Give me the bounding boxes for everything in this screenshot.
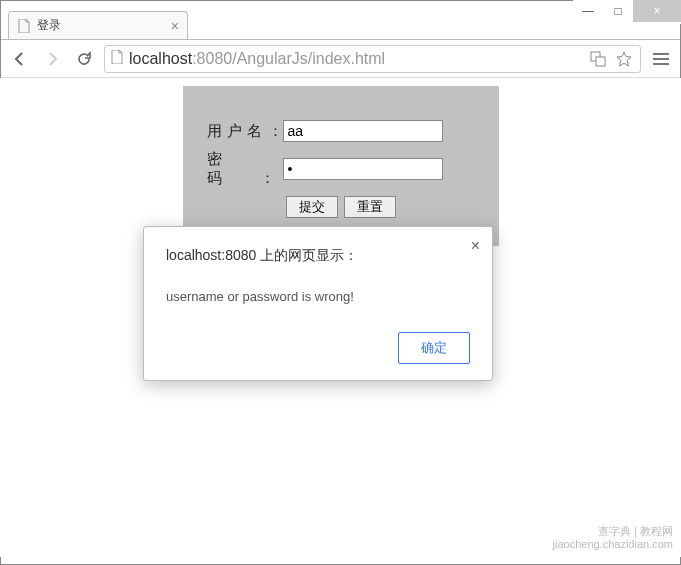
- username-row: 用户名：: [207, 120, 475, 142]
- window-maximize-button[interactable]: □: [603, 0, 633, 22]
- address-bar[interactable]: localhost:8080/AngularJs/index.html: [104, 45, 641, 73]
- password-label: 密 码：: [207, 150, 283, 188]
- url-host: localhost: [129, 50, 192, 67]
- alert-dialog: × localhost:8080 上的网页显示： username or pas…: [143, 226, 493, 381]
- translate-icon[interactable]: [588, 49, 608, 69]
- bookmark-star-icon[interactable]: [614, 49, 634, 69]
- window-close-button[interactable]: ×: [633, 0, 681, 22]
- svg-rect-1: [596, 57, 605, 66]
- username-label: 用户名：: [207, 122, 283, 141]
- password-input[interactable]: [283, 158, 443, 180]
- file-icon: [17, 19, 31, 33]
- username-input[interactable]: [283, 120, 443, 142]
- back-button[interactable]: [8, 47, 32, 71]
- window-controls: — □ ×: [573, 0, 681, 24]
- url-text: localhost:8080/AngularJs/index.html: [129, 50, 582, 68]
- watermark-line2: jiaocheng.chazidian.com: [553, 538, 673, 551]
- submit-button[interactable]: 提交: [286, 196, 338, 218]
- browser-toolbar: localhost:8080/AngularJs/index.html: [0, 40, 681, 78]
- dialog-title: localhost:8080 上的网页显示：: [166, 247, 470, 265]
- dialog-buttons: 确定: [166, 332, 470, 364]
- reset-button[interactable]: 重置: [344, 196, 396, 218]
- dialog-message: username or password is wrong!: [166, 289, 470, 304]
- browser-tab[interactable]: 登录 ×: [8, 11, 188, 39]
- forward-button[interactable]: [40, 47, 64, 71]
- window-minimize-button[interactable]: —: [573, 0, 603, 22]
- dialog-close-icon[interactable]: ×: [471, 237, 480, 255]
- form-buttons: 提交 重置: [207, 196, 475, 218]
- watermark-line1: 查字典 | 教程网: [553, 525, 673, 538]
- watermark: 查字典 | 教程网 jiaocheng.chazidian.com: [553, 525, 673, 551]
- password-row: 密 码：: [207, 150, 475, 188]
- page-viewport: 用户名： 密 码： 提交 重置 × localhost:8080 上的网页显示：…: [0, 78, 681, 557]
- login-panel: 用户名： 密 码： 提交 重置: [183, 86, 499, 246]
- reload-button[interactable]: [72, 47, 96, 71]
- tab-title: 登录: [37, 17, 165, 34]
- url-rest: :8080/AngularJs/index.html: [192, 50, 385, 67]
- menu-icon[interactable]: [649, 49, 673, 69]
- page-icon: [111, 50, 123, 68]
- tab-close-icon[interactable]: ×: [171, 18, 179, 34]
- dialog-ok-button[interactable]: 确定: [398, 332, 470, 364]
